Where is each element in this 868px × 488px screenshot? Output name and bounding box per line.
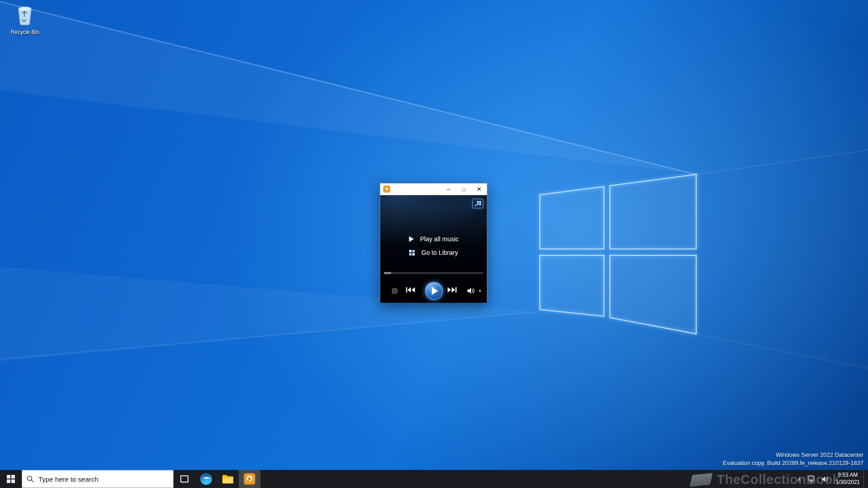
switch-to-library-button[interactable] — [472, 199, 483, 208]
network-icon[interactable] — [805, 470, 819, 488]
desktop-background: Recycle Bin – □ ✕ — [0, 0, 868, 488]
previous-icon — [406, 287, 416, 293]
wmp-taskbar-icon — [244, 474, 255, 484]
taskbar-clock[interactable]: 9:53 AM 1/30/2021 — [832, 470, 863, 488]
volume-button[interactable] — [467, 287, 476, 296]
start-button[interactable] — [0, 470, 22, 488]
os-version-line2: Evaluation copy. Build 20289.fe_release.… — [723, 459, 863, 467]
wmp-titlebar[interactable]: – □ ✕ — [380, 183, 487, 195]
search-icon — [27, 475, 34, 483]
show-desktop-button[interactable] — [863, 470, 868, 488]
go-to-library-label: Go to Library — [421, 249, 458, 256]
seek-bar[interactable] — [384, 272, 483, 274]
play-icon — [409, 236, 414, 242]
file-explorer-button[interactable] — [217, 470, 239, 488]
go-to-library-item[interactable]: Go to Library — [380, 246, 487, 259]
os-version-line1: Windows Server 2022 Datacenter — [723, 451, 863, 459]
next-button[interactable] — [447, 286, 457, 295]
search-input[interactable] — [38, 475, 169, 483]
library-icon — [409, 250, 415, 256]
system-tray: ∧ 9:53 AM 1/30/2021 — [794, 470, 868, 488]
task-view-button[interactable] — [174, 470, 195, 488]
windows-logo-icon — [7, 475, 15, 483]
wmp-taskbar-button[interactable] — [239, 470, 260, 488]
maximize-button[interactable]: □ — [456, 183, 472, 195]
recycle-bin-icon — [15, 5, 34, 25]
recycle-bin-label: Recycle Bin — [5, 29, 44, 35]
os-version-text: Windows Server 2022 Datacenter Evaluatio… — [723, 451, 863, 467]
previous-button[interactable] — [406, 286, 416, 295]
edge-icon — [200, 473, 212, 485]
play-all-music-label: Play all music — [420, 235, 459, 243]
tray-volume-icon[interactable] — [819, 470, 832, 488]
wmp-window: – □ ✕ Play all music — [380, 183, 487, 303]
play-all-music-item[interactable]: Play all music — [380, 232, 487, 246]
volume-chevron-icon[interactable]: ▾ — [479, 288, 481, 293]
task-view-icon — [180, 475, 189, 483]
recycle-bin-shortcut[interactable]: Recycle Bin — [5, 5, 44, 35]
file-explorer-icon — [222, 474, 234, 484]
switch-to-library-icon — [474, 201, 481, 206]
clock-date: 1/30/2021 — [836, 479, 860, 486]
volume-icon — [467, 287, 476, 294]
taskbar-search[interactable] — [22, 470, 174, 488]
play-button[interactable] — [425, 282, 443, 300]
seek-thumb[interactable] — [384, 272, 391, 274]
tray-chevron-up-icon[interactable]: ∧ — [794, 470, 805, 488]
stop-button[interactable] — [392, 288, 397, 294]
play-button-icon — [432, 287, 438, 295]
next-icon — [447, 287, 457, 293]
wmp-now-playing-area: Play all music Go to Library — [380, 195, 487, 303]
wmp-app-icon — [383, 186, 390, 192]
minimize-button[interactable]: – — [441, 183, 456, 195]
clock-time: 9:53 AM — [836, 472, 860, 479]
edge-button[interactable] — [195, 470, 217, 488]
close-button[interactable]: ✕ — [472, 183, 487, 195]
taskbar: ∧ 9:53 AM 1/30/2021 — [0, 470, 868, 488]
